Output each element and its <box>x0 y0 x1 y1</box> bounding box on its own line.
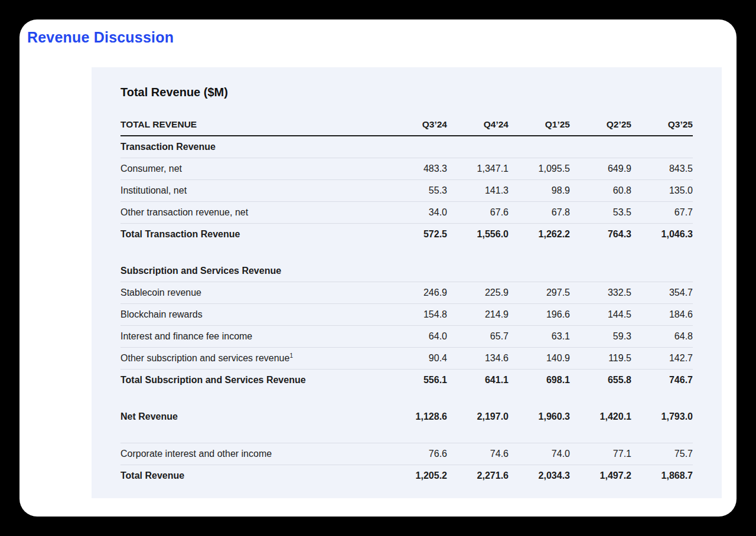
row-label: Net Revenue <box>120 406 386 427</box>
value-cell: 843.5 <box>631 158 693 180</box>
value-cell: 74.0 <box>509 443 570 465</box>
total-row: Total Transaction Revenue572.51,556.01,2… <box>120 224 693 246</box>
value-cell: 75.7 <box>631 443 693 465</box>
table-row: Corporate interest and other income76.67… <box>120 443 693 465</box>
value-cell: 119.5 <box>570 348 631 370</box>
value-cell: 1,420.1 <box>570 406 631 427</box>
value-cell: 74.6 <box>447 443 509 465</box>
row-label: Subscription and Services Revenue <box>120 260 386 282</box>
value-cell: 67.7 <box>631 202 693 224</box>
row-label: Transaction Revenue <box>120 136 386 158</box>
footnote-marker: 1 <box>289 352 293 359</box>
value-cell <box>447 260 509 282</box>
value-cell: 746.7 <box>631 370 693 391</box>
document-card: Revenue Discussion Total Revenue ($M) TO… <box>19 19 737 517</box>
column-header: Q4’24 <box>447 114 509 136</box>
value-cell: 134.6 <box>447 348 509 370</box>
table-row: Interest and finance fee income64.065.76… <box>120 326 693 348</box>
row-label: Total Revenue <box>120 465 386 486</box>
column-header: Q3’24 <box>386 114 447 136</box>
value-cell: 1,205.2 <box>386 465 447 486</box>
value-cell: 154.8 <box>386 304 447 326</box>
value-cell: 556.1 <box>386 370 447 391</box>
spacer-cell <box>120 245 693 260</box>
value-cell <box>386 136 447 158</box>
value-cell: 76.6 <box>386 443 447 465</box>
row-label: Total Transaction Revenue <box>120 224 386 246</box>
total-row: Total Subscription and Services Revenue5… <box>120 370 693 391</box>
revenue-table: TOTAL REVENUE Q3’24Q4’24Q1’25Q2’25Q3’25 … <box>120 114 693 486</box>
value-cell: 1,868.7 <box>631 465 693 486</box>
value-cell: 184.6 <box>631 304 693 326</box>
revenue-table-panel: Total Revenue ($M) TOTAL REVENUE Q3’24Q4… <box>92 67 722 498</box>
value-cell: 59.3 <box>570 326 631 348</box>
table-row: Stablecoin revenue246.9225.9297.5332.535… <box>120 282 693 304</box>
spacer-cell <box>120 427 693 443</box>
value-cell: 1,095.5 <box>509 158 570 180</box>
row-label: Blockchain rewards <box>120 304 386 326</box>
value-cell: 140.9 <box>509 348 570 370</box>
value-cell: 53.5 <box>570 202 631 224</box>
value-cell <box>631 260 693 282</box>
value-cell: 297.5 <box>509 282 570 304</box>
value-cell: 141.3 <box>447 180 509 202</box>
value-cell: 135.0 <box>631 180 693 202</box>
table-header-label: TOTAL REVENUE <box>120 114 386 136</box>
table-row: Blockchain rewards154.8214.9196.6144.518… <box>120 304 693 326</box>
value-cell: 641.1 <box>447 370 509 391</box>
table-header-row: TOTAL REVENUE Q3’24Q4’24Q1’25Q2’25Q3’25 <box>120 114 693 136</box>
column-header: Q3’25 <box>631 114 693 136</box>
value-cell: 572.5 <box>386 224 447 246</box>
value-cell: 90.4 <box>386 348 447 370</box>
row-label: Other subscription and services revenue1 <box>120 348 386 370</box>
spacer-row <box>120 427 693 443</box>
spacer-cell <box>120 391 693 406</box>
value-cell: 655.8 <box>570 370 631 391</box>
value-cell: 2,197.0 <box>447 406 509 427</box>
section-row: Transaction Revenue <box>120 136 693 158</box>
page-title: Revenue Discussion <box>27 29 737 46</box>
value-cell: 1,960.3 <box>509 406 570 427</box>
row-label: Corporate interest and other income <box>120 443 386 465</box>
row-label: Consumer, net <box>120 158 386 180</box>
total-row: Total Revenue1,205.22,271.62,034.31,497.… <box>120 465 693 486</box>
column-header: Q1’25 <box>509 114 570 136</box>
value-cell <box>386 260 447 282</box>
value-cell <box>509 136 570 158</box>
value-cell <box>570 260 631 282</box>
row-label: Interest and finance fee income <box>120 326 386 348</box>
value-cell: 55.3 <box>386 180 447 202</box>
value-cell: 214.9 <box>447 304 509 326</box>
value-cell: 144.5 <box>570 304 631 326</box>
value-cell: 354.7 <box>631 282 693 304</box>
value-cell: 1,128.6 <box>386 406 447 427</box>
value-cell: 1,556.0 <box>447 224 509 246</box>
value-cell: 332.5 <box>570 282 631 304</box>
value-cell: 65.7 <box>447 326 509 348</box>
value-cell: 34.0 <box>386 202 447 224</box>
value-cell <box>631 136 693 158</box>
value-cell: 1,262.2 <box>509 224 570 246</box>
value-cell: 142.7 <box>631 348 693 370</box>
spacer-row <box>120 245 693 260</box>
value-cell: 98.9 <box>509 180 570 202</box>
value-cell: 2,271.6 <box>447 465 509 486</box>
value-cell: 60.8 <box>570 180 631 202</box>
value-cell <box>570 136 631 158</box>
value-cell: 225.9 <box>447 282 509 304</box>
table-row: Consumer, net483.31,347.11,095.5649.9843… <box>120 158 693 180</box>
value-cell: 1,347.1 <box>447 158 509 180</box>
column-header: Q2’25 <box>570 114 631 136</box>
value-cell: 2,034.3 <box>509 465 570 486</box>
value-cell: 64.8 <box>631 326 693 348</box>
value-cell: 1,497.2 <box>570 465 631 486</box>
row-label: Institutional, net <box>120 180 386 202</box>
table-row: Institutional, net55.3141.398.960.8135.0 <box>120 180 693 202</box>
value-cell: 483.3 <box>386 158 447 180</box>
value-cell: 196.6 <box>509 304 570 326</box>
section-row: Subscription and Services Revenue <box>120 260 693 282</box>
value-cell: 1,046.3 <box>631 224 693 246</box>
value-cell <box>509 260 570 282</box>
table-title: Total Revenue ($M) <box>120 85 693 99</box>
value-cell <box>447 136 509 158</box>
